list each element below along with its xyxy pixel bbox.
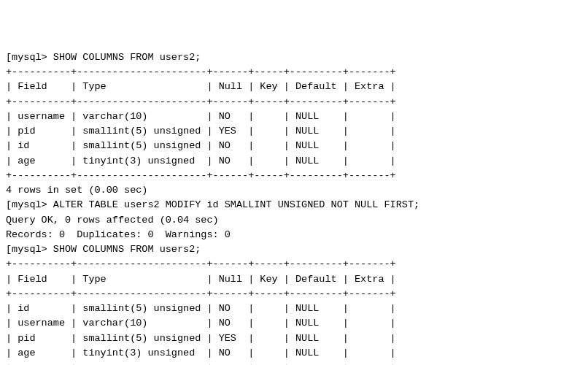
table-header: | Field | Type | Null | Key | Default | … [6, 272, 582, 287]
prompt-line: [mysql> SHOW COLUMNS FROM users2; [6, 50, 582, 65]
table-border: +----------+----------------------+-----… [6, 169, 582, 183]
table-border: +----------+----------------------+-----… [6, 361, 582, 365]
result-footer: 4 rows in set (0.00 sec) [6, 183, 582, 198]
result-line: Query OK, 0 rows affected (0.04 sec) [6, 213, 582, 228]
table-row: | pid | smallint(5) unsigned | YES | | N… [6, 124, 582, 139]
terminal-output: [mysql> SHOW COLUMNS FROM users2;+------… [6, 50, 582, 365]
table-row: | age | tinyint(3) unsigned | NO | | NUL… [6, 346, 582, 361]
table-row: | username | varchar(10) | NO | | NULL |… [6, 316, 582, 331]
table-border: +----------+----------------------+-----… [6, 95, 582, 110]
table-row: | id | smallint(5) unsigned | NO | | NUL… [6, 139, 582, 153]
prompt-line: [mysql> ALTER TABLE users2 MODIFY id SMA… [6, 198, 582, 212]
table-header: | Field | Type | Null | Key | Default | … [6, 80, 582, 94]
table-row: | id | smallint(5) unsigned | NO | | NUL… [6, 301, 582, 316]
prompt-line: [mysql> SHOW COLUMNS FROM users2; [6, 242, 582, 257]
table-row: | age | tinyint(3) unsigned | NO | | NUL… [6, 154, 582, 169]
table-border: +----------+----------------------+-----… [6, 287, 582, 301]
table-row: | username | varchar(10) | NO | | NULL |… [6, 110, 582, 124]
table-row: | pid | smallint(5) unsigned | YES | | N… [6, 331, 582, 346]
result-line: Records: 0 Duplicates: 0 Warnings: 0 [6, 228, 582, 242]
table-border: +----------+----------------------+-----… [6, 65, 582, 80]
table-border: +----------+----------------------+-----… [6, 257, 582, 272]
